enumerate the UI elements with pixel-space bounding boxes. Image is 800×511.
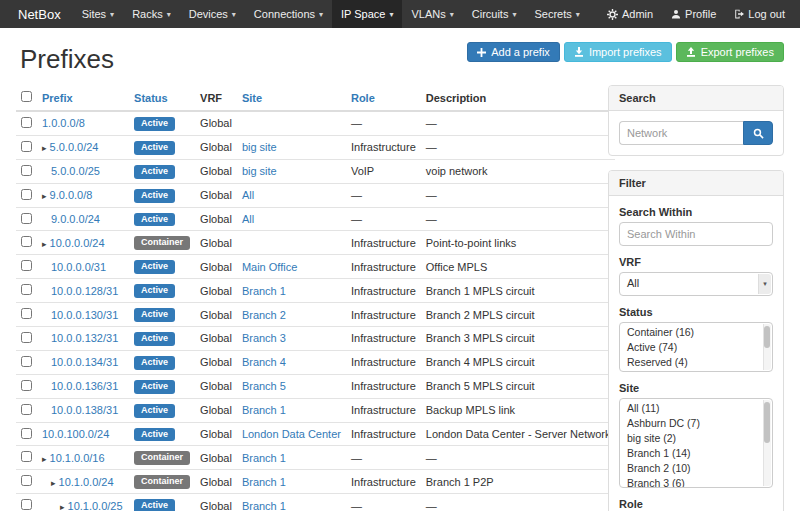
vrf-cell: Global (195, 279, 237, 303)
row-checkbox[interactable] (21, 236, 32, 247)
scrollbar-thumb[interactable] (764, 326, 770, 348)
nav-item-sites[interactable]: Sites▾ (73, 0, 123, 28)
site-link[interactable]: Branch 1 (242, 500, 286, 511)
prefix-link[interactable]: 10.0.0.0/24 (50, 237, 105, 249)
site-option[interactable]: Branch 2 (10) (620, 461, 772, 476)
prefix-cell: 10.0.0.136/31 (37, 374, 129, 398)
row-checkbox[interactable] (21, 260, 32, 271)
row-checkbox[interactable] (21, 499, 32, 510)
site-link[interactable]: big site (242, 165, 277, 177)
status-option[interactable]: Reserved (4) (620, 355, 772, 370)
site-link[interactable]: Branch 1 (242, 476, 286, 488)
nav-item-circuits[interactable]: Circuits▾ (463, 0, 526, 28)
prefix-link[interactable]: 10.0.0.130/31 (51, 309, 118, 321)
site-option[interactable]: All (11) (620, 401, 772, 416)
row-checkbox[interactable] (21, 165, 32, 176)
site-link[interactable]: London Data Center (242, 428, 341, 440)
prefix-link[interactable]: 1.0.0.0/8 (42, 117, 85, 129)
prefix-link[interactable]: 10.0.0.128/31 (51, 285, 118, 297)
search-button[interactable] (743, 121, 773, 145)
site-link[interactable]: All (242, 213, 254, 225)
site-link[interactable]: Branch 1 (242, 404, 286, 416)
column-header-vrf: VRF (195, 85, 237, 111)
search-within-input[interactable] (619, 222, 773, 246)
import-prefixes-button[interactable]: Import prefixes (564, 42, 672, 62)
nav-item-connections[interactable]: Connections▾ (245, 0, 332, 28)
site-option[interactable]: Branch 3 (6) (620, 476, 772, 488)
site-link[interactable]: Branch 1 (242, 452, 286, 464)
row-checkbox[interactable] (21, 284, 32, 295)
site-link[interactable]: Branch 5 (242, 380, 286, 392)
prefix-link[interactable]: 10.1.0.0/24 (59, 476, 114, 488)
nav-item-secrets[interactable]: Secrets▾ (525, 0, 588, 28)
site-link[interactable]: Main Office (242, 261, 297, 273)
filter-label-search-within: Search Within (619, 206, 773, 218)
row-checkbox[interactable] (21, 451, 32, 462)
status-option[interactable]: Active (74) (620, 340, 772, 355)
nav-item-admin[interactable]: Admin (598, 0, 662, 28)
site-link[interactable]: All (242, 189, 254, 201)
nav-item-log-out[interactable]: Log out (725, 0, 794, 28)
row-checkbox[interactable] (21, 213, 32, 224)
site-link[interactable]: Branch 2 (242, 309, 286, 321)
prefix-link[interactable]: 5.0.0.0/24 (50, 141, 99, 153)
select-all-checkbox[interactable] (21, 91, 32, 102)
row-checkbox[interactable] (21, 308, 32, 319)
prefix-link[interactable]: 9.0.0.0/24 (51, 213, 100, 225)
vrf-select[interactable]: All▾ (619, 272, 773, 296)
add-a-prefix-button[interactable]: Add a prefix (467, 42, 560, 62)
site-cell (237, 231, 346, 255)
prefix-link[interactable]: 10.1.0.0/25 (68, 500, 123, 511)
nav-item-racks[interactable]: Racks▾ (123, 0, 180, 28)
row-checkbox[interactable] (21, 332, 32, 343)
site-option[interactable]: big site (2) (620, 431, 772, 446)
prefix-link[interactable]: 10.0.0.138/31 (51, 404, 118, 416)
site-link[interactable]: big site (242, 141, 277, 153)
row-checkbox[interactable] (21, 428, 32, 439)
row-checkbox[interactable] (21, 380, 32, 391)
nav-item-profile[interactable]: Profile (662, 0, 725, 28)
row-checkbox[interactable] (21, 141, 32, 152)
tree-expand-icon: ▸ (42, 239, 47, 249)
site-multiselect[interactable]: All (11)Ashburn DC (7)big site (2)Branch… (619, 398, 773, 488)
netbox-brand[interactable]: NetBox (6, 0, 73, 28)
prefix-link[interactable]: 5.0.0.0/25 (51, 165, 100, 177)
site-option[interactable]: Branch 1 (14) (620, 446, 772, 461)
nav-item-ip-space[interactable]: IP Space▾ (332, 0, 402, 28)
column-header-status[interactable]: Status (129, 85, 195, 111)
scrollbar[interactable] (763, 400, 771, 486)
row-checkbox[interactable] (21, 404, 32, 415)
status-option[interactable]: Deprecated (1) (620, 370, 772, 372)
export-prefixes-button[interactable]: Export prefixes (676, 42, 784, 62)
row-checkbox[interactable] (21, 189, 32, 200)
nav-item-label: Sites (82, 8, 106, 20)
site-link[interactable]: Branch 3 (242, 332, 286, 344)
nav-item-devices[interactable]: Devices▾ (180, 0, 245, 28)
role-cell: Infrastructure (346, 350, 421, 374)
column-header-site[interactable]: Site (237, 85, 346, 111)
prefix-link[interactable]: 10.1.0.0/16 (50, 452, 105, 464)
site-link[interactable]: Branch 4 (242, 356, 286, 368)
prefix-link[interactable]: 10.0.0.136/31 (51, 380, 118, 392)
scrollbar-thumb[interactable] (764, 402, 770, 443)
filter-panel: Filter Search WithinVRFAll▾StatusContain… (608, 170, 784, 511)
status-option[interactable]: Container (16) (620, 325, 772, 340)
site-link[interactable]: Branch 1 (242, 285, 286, 297)
prefix-cell: 10.0.0.130/31 (37, 303, 129, 327)
column-header-role[interactable]: Role (346, 85, 421, 111)
site-option[interactable]: Ashburn DC (7) (620, 416, 772, 431)
column-header-prefix[interactable]: Prefix (37, 85, 129, 111)
prefix-link[interactable]: 10.0.0.0/31 (51, 261, 106, 273)
scrollbar[interactable] (763, 324, 771, 370)
prefix-link[interactable]: 9.0.0.0/8 (50, 189, 93, 201)
prefix-link[interactable]: 10.0.0.132/31 (51, 332, 118, 344)
search-input[interactable] (619, 121, 743, 145)
row-checkbox[interactable] (21, 356, 32, 367)
row-checkbox[interactable] (21, 117, 32, 128)
row-checkbox[interactable] (21, 475, 32, 486)
prefix-cell: 10.0.100.0/24 (37, 422, 129, 446)
prefix-link[interactable]: 10.0.100.0/24 (42, 428, 109, 440)
nav-item-vlans[interactable]: VLANs▾ (402, 0, 462, 28)
prefix-link[interactable]: 10.0.0.134/31 (51, 356, 118, 368)
status-multiselect[interactable]: Container (16)Active (74)Reserved (4)Dep… (619, 322, 773, 372)
